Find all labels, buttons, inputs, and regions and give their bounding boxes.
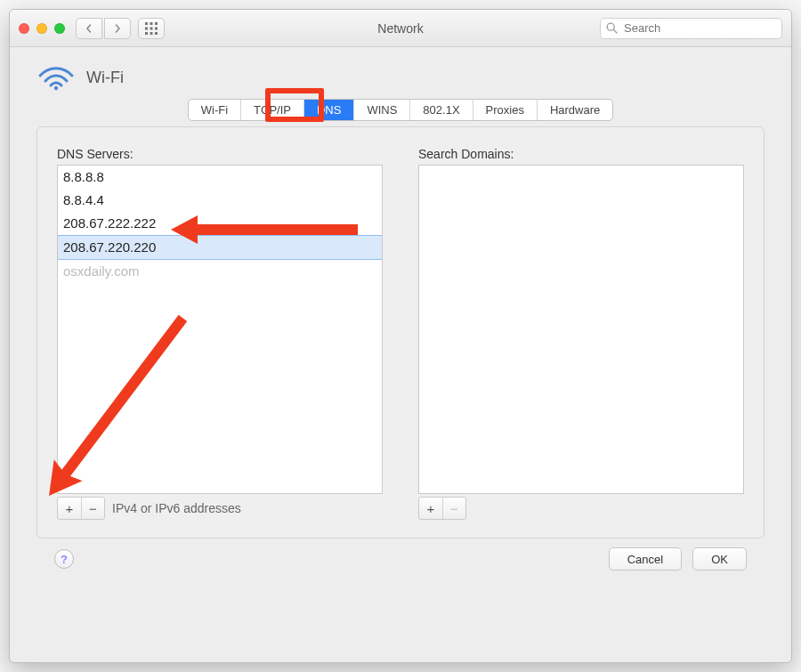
search-domains-label: Search Domains:	[418, 147, 744, 161]
close-window-button[interactable]	[19, 23, 29, 34]
svg-rect-3	[145, 27, 148, 29]
svg-rect-7	[150, 32, 153, 35]
window-titlebar: Network	[10, 10, 791, 47]
forward-button[interactable]	[104, 18, 131, 39]
tabs-wrapper: Wi-FiTCP/IPDNSWINS802.1XProxiesHardware	[36, 99, 765, 121]
tab-8021x[interactable]: 802.1X	[410, 100, 473, 120]
search-icon	[606, 22, 618, 34]
dns-server-row[interactable]: 208.67.222.222	[58, 212, 382, 235]
help-button[interactable]: ?	[54, 549, 74, 569]
show-all-button[interactable]	[138, 18, 165, 39]
dns-server-row[interactable]: 8.8.4.4	[58, 189, 382, 212]
remove-search-domain-button[interactable]: −	[442, 498, 465, 519]
dns-servers-list[interactable]: 8.8.8.88.8.4.4208.67.222.222208.67.220.2…	[57, 165, 383, 494]
dns-panel: DNS Servers: 8.8.8.88.8.4.4208.67.222.22…	[36, 126, 765, 538]
watermark-text: osxdaily.com	[58, 260, 382, 283]
nav-buttons	[76, 18, 131, 39]
svg-line-10	[613, 29, 617, 33]
tab-proxies[interactable]: Proxies	[473, 100, 538, 120]
remove-dns-button[interactable]: −	[81, 498, 104, 519]
add-search-domain-button[interactable]: +	[419, 498, 442, 519]
window-controls	[19, 23, 65, 34]
search-domains-list[interactable]	[418, 165, 744, 494]
dns-servers-column: DNS Servers: 8.8.8.88.8.4.4208.67.222.22…	[57, 147, 383, 520]
tab-dns[interactable]: DNS	[304, 100, 354, 120]
ok-button[interactable]: OK	[692, 547, 747, 571]
svg-rect-0	[145, 22, 148, 25]
svg-rect-2	[155, 22, 158, 25]
svg-rect-1	[150, 22, 153, 25]
settings-tabbar: Wi-FiTCP/IPDNSWINS802.1XProxiesHardware	[188, 99, 614, 121]
wifi-icon	[36, 63, 76, 92]
search-input[interactable]	[622, 20, 776, 36]
svg-rect-4	[150, 27, 153, 29]
svg-rect-8	[155, 32, 158, 35]
tab-hardware[interactable]: Hardware	[538, 100, 612, 120]
tab-wins[interactable]: WINS	[354, 100, 410, 120]
svg-rect-5	[155, 27, 158, 29]
chevron-left-icon	[85, 24, 93, 33]
add-dns-button[interactable]: +	[58, 498, 81, 519]
dns-add-remove-group: + −	[57, 497, 105, 520]
tab-tcpip[interactable]: TCP/IP	[241, 100, 304, 120]
back-button[interactable]	[76, 18, 102, 39]
cancel-button[interactable]: Cancel	[609, 547, 682, 571]
zoom-window-button[interactable]	[54, 23, 65, 34]
connection-name: Wi-Fi	[86, 69, 124, 87]
search-field-wrapper[interactable]	[600, 18, 782, 39]
chevron-right-icon	[113, 24, 122, 33]
dns-server-row[interactable]: 8.8.8.8	[58, 166, 382, 189]
dns-server-row[interactable]: 208.67.220.220	[58, 235, 382, 260]
svg-rect-6	[145, 32, 148, 35]
connection-header: Wi-Fi	[36, 63, 765, 92]
content-area: Wi-Fi Wi-FiTCP/IPDNSWINS802.1XProxiesHar…	[10, 47, 791, 579]
dns-hint: IPv4 or IPv6 addresses	[112, 501, 241, 515]
dialog-footer: ? Cancel OK	[36, 538, 765, 571]
dns-servers-label: DNS Servers:	[57, 147, 383, 161]
search-domains-add-remove-group: + −	[418, 497, 466, 520]
search-domains-column: Search Domains: + −	[418, 147, 744, 520]
grid-icon	[145, 22, 158, 35]
svg-point-11	[54, 86, 58, 90]
minimize-window-button[interactable]	[36, 23, 47, 34]
network-preferences-window: Network Wi-Fi Wi-FiTCP/IPDNSWINS802.1XP	[9, 9, 792, 663]
tab-wifi[interactable]: Wi-Fi	[189, 100, 241, 120]
